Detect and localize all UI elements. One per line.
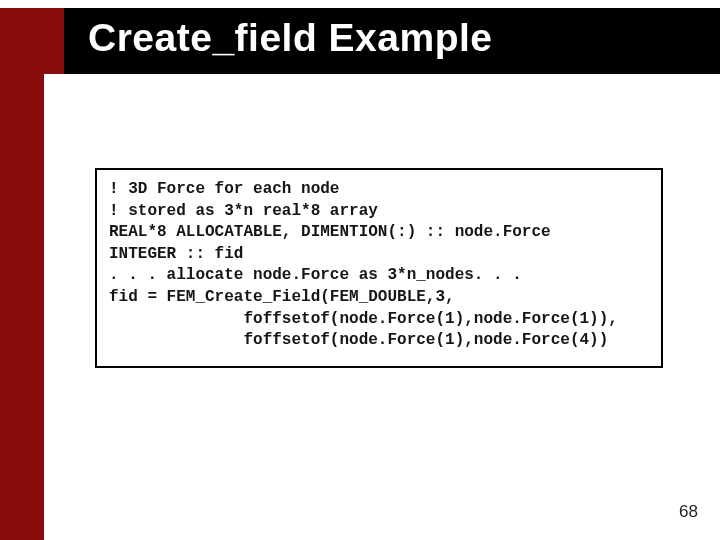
code-listing: ! 3D Force for each node ! stored as 3*n…: [95, 168, 663, 368]
code-line: ! 3D Force for each node: [109, 179, 649, 201]
code-line: fid = FEM_Create_Field(FEM_DOUBLE,3,: [109, 287, 649, 309]
code-line: ! stored as 3*n real*8 array: [109, 201, 649, 223]
code-line: . . . allocate node.Force as 3*n_nodes. …: [109, 265, 649, 287]
code-line: foffsetof(node.Force(1),node.Force(4)): [109, 330, 649, 352]
page-number: 68: [679, 502, 698, 522]
code-line: foffsetof(node.Force(1),node.Force(1)),: [109, 309, 649, 331]
slide-title: Create_field Example: [88, 16, 493, 60]
accent-square: [0, 8, 64, 74]
code-line: INTEGER :: fid: [109, 244, 649, 266]
code-line: REAL*8 ALLOCATABLE, DIMENTION(:) :: node…: [109, 222, 649, 244]
accent-strip: [0, 74, 44, 540]
